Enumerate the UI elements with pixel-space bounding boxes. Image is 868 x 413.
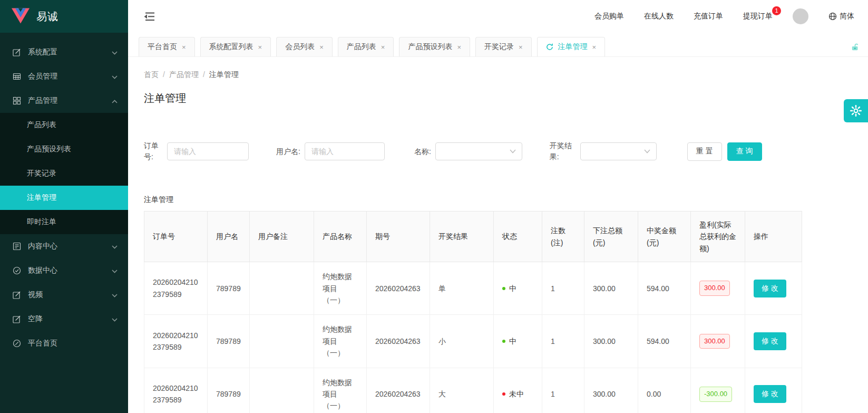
table-cell: 单 [430,262,494,315]
table-row: 202602042102379589789789约炮数据项目（一）2026020… [144,262,802,315]
language-switcher[interactable]: 简体 [828,12,854,21]
form-icon [13,48,21,56]
edit-button[interactable]: 修 改 [754,385,786,403]
sidebar-menu: 系统配置会员管理产品管理产品列表产品预设列表开奖记录注单管理即时注单内容中心数据… [0,33,128,356]
sidebar-item-data-center[interactable]: 数据中心 [0,258,128,283]
close-icon[interactable]: × [381,43,385,51]
brand-name: 易诚 [36,9,58,24]
edit-button[interactable]: 修 改 [754,280,786,297]
menu-fold-icon[interactable] [144,12,154,21]
name-select[interactable] [435,142,522,160]
tab-platform-home[interactable]: 平台首页× [139,37,195,56]
notification-badge: 1 [772,6,781,15]
close-icon[interactable]: × [457,43,461,51]
table-cell: 300.00 [691,315,745,368]
tab-system-config-list[interactable]: 系统配置列表× [200,37,271,56]
breadcrumb-separator: / [203,70,205,79]
topbar-link-recharge-orders[interactable]: 充值订单 [694,12,723,21]
breadcrumb: 首页/产品管理/注单管理 [144,70,868,80]
table-cell: 约炮数据项目（一） [314,315,367,368]
result-label: 开奖结果: [550,140,576,162]
submenu-product-management: 产品列表产品预设列表开奖记录注单管理即时注单 [0,113,128,234]
tab-bar: 平台首页×系统配置列表×会员列表×产品列表×产品预设列表×开奖记录×注单管理× [128,33,868,57]
sidebar-subitem-product-list[interactable]: 产品列表 [0,113,128,137]
table-cell: 中 [494,262,542,315]
avatar[interactable] [793,8,808,24]
sidebar-item-video[interactable]: 视频 [0,283,128,307]
query-button[interactable]: 查 询 [727,142,762,161]
sidebar-subitem-product-preset-list[interactable]: 产品预设列表 [0,137,128,161]
order-no-label: 订单号: [144,140,163,162]
settings-gear-button[interactable] [844,99,868,122]
order-no-input[interactable] [167,142,249,160]
sidebar-subitem-lottery-records[interactable]: 开奖记录 [0,161,128,186]
chevron-down-icon [112,315,118,323]
topbar-link-member-purchase-orders[interactable]: 会员购单 [594,12,624,21]
edit-button[interactable]: 修 改 [754,332,786,350]
sidebar-item-label: 平台首页 [28,339,57,348]
tab-label: 平台首页 [148,42,177,52]
sidebar: 易诚 系统配置会员管理产品管理产品列表产品预设列表开奖记录注单管理即时注单内容中… [0,0,128,413]
table-cell: 中 [494,315,542,368]
sidebar-subitem-realtime-bets[interactable]: 即时注单 [0,210,128,234]
topbar-link-withdrawal-orders[interactable]: 提现订单1 [743,12,773,21]
sidebar-item-label: 视频 [28,290,43,300]
table-cell: 1 [542,262,584,315]
sidebar-item-label: 系统配置 [28,47,57,57]
tab-product-preset-list[interactable]: 产品预设列表× [399,37,470,56]
globe-icon [828,12,837,21]
tab-label: 注单管理 [558,42,588,52]
table-cell: 0.00 [638,368,691,413]
status-label: 未中 [509,388,524,400]
column-header: 状态 [494,212,542,262]
topbar-link-online-users[interactable]: 在线人数 [644,12,674,21]
chevron-down-icon [112,291,118,299]
username-input[interactable] [305,142,385,160]
status-dot-icon [502,287,505,290]
column-header: 用户备注 [250,212,314,262]
sidebar-item-member-management[interactable]: 会员管理 [0,64,128,89]
breadcrumb-item[interactable]: 产品管理 [169,70,199,79]
sidebar-item-label: 数据中心 [28,266,57,275]
sidebar-item-platform-home[interactable]: 平台首页 [0,331,128,356]
sidebar-subitem-bet-management[interactable]: 注单管理 [0,186,128,210]
result-select[interactable] [580,142,657,160]
close-icon[interactable]: × [592,43,597,51]
table-cell: 修 改 [745,315,802,368]
close-icon[interactable]: × [319,43,324,51]
sidebar-item-product-management[interactable]: 产品管理 [0,89,128,113]
unlock-icon[interactable] [851,43,860,52]
close-icon[interactable]: × [182,43,186,51]
reset-button[interactable]: 重 置 [687,142,722,161]
profit-badge: 300.00 [699,334,730,349]
tab-member-list[interactable]: 会员列表× [276,37,333,56]
table-cell: 20260204263 [367,262,430,315]
sidebar-item-label: 内容中心 [28,242,57,251]
table-cell: 修 改 [745,368,802,413]
table-cell: 1 [542,368,584,413]
column-header: 操作 [745,212,802,262]
sidebar-item-airdrop[interactable]: 空降 [0,307,128,331]
table-cell: 202602042102379589 [144,368,208,413]
refresh-icon[interactable] [546,43,553,51]
sidebar-item-content-center[interactable]: 内容中心 [0,234,128,258]
tab-lottery-records[interactable]: 开奖记录× [475,37,532,56]
tab-product-list[interactable]: 产品列表× [338,37,394,56]
page-title: 注单管理 [144,91,868,105]
form-icon [13,315,21,323]
close-icon[interactable]: × [258,43,262,51]
tab-label: 开奖记录 [484,42,514,52]
status-dot-icon [502,392,505,396]
column-header: 产品名称 [314,212,367,262]
sidebar-item-system-config[interactable]: 系统配置 [0,40,128,64]
close-icon[interactable]: × [519,43,523,51]
brand-logo-icon [12,8,30,25]
tab-label: 系统配置列表 [209,42,253,52]
filter-bar: 订单号: 用户名: 名称: 开奖结果: 重 置 查 询 [144,140,868,162]
breadcrumb-item[interactable]: 首页 [144,70,159,79]
tab-bet-management[interactable]: 注单管理× [537,37,606,56]
table-cell: 1 [542,315,584,368]
table-cell: 未中 [494,368,542,413]
bet-table-wrap: 订单号用户名用户备注产品名称期号开奖结果状态注数(注)下注总额(元)中奖金额(元… [144,211,868,413]
app-window: 易诚 系统配置会员管理产品管理产品列表产品预设列表开奖记录注单管理即时注单内容中… [0,0,868,413]
